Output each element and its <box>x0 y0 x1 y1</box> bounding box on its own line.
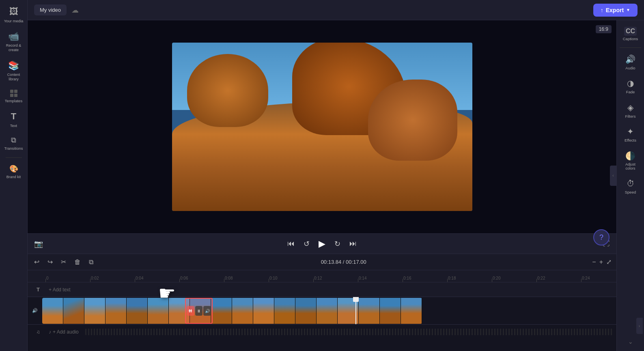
right-panel-filters[interactable]: ◈ Filters <box>618 99 643 122</box>
panel-bottom: › ⌄ <box>618 318 643 348</box>
sidebar-item-brand-kit[interactable]: 🎨 Brand kit <box>2 161 26 183</box>
right-panel-effects[interactable]: ✦ Effects <box>618 123 643 146</box>
right-panel-adjust-colors[interactable]: 🌗 Adjustcolors <box>618 148 643 174</box>
split-clip-icon[interactable] <box>187 306 194 316</box>
ruler-014: 0:14 <box>358 270 403 282</box>
main-clip: ⏸ 🔊 <box>42 298 422 324</box>
sidebar-item-label-record: Record &create <box>6 43 22 52</box>
timeline-ruler: 0 0:02 0:04 0:06 0:08 0:10 0:12 0:14 0:1… <box>28 270 616 282</box>
sidebar-item-label-brand-kit: Brand kit <box>6 175 21 179</box>
right-panel: CC Captions 🔊 Audio ◑ Fade ◈ Filters ✦ E… <box>616 20 644 351</box>
selected-clip-overlay[interactable]: ⏸ 🔊 <box>185 298 213 324</box>
video-frame <box>172 43 472 211</box>
redo-button[interactable]: ↪ <box>46 256 54 267</box>
transitions-icon: ⧉ <box>11 136 16 144</box>
timeline-toolbar: ↩ ↪ ✂ 🗑 ⧉ 00:13.84 / 00:17.00 − + ⤢ <box>28 254 616 270</box>
zoom-out-button[interactable]: − <box>592 258 596 266</box>
delete-button[interactable]: 🗑 <box>73 257 82 267</box>
video-track[interactable]: 🔊 <box>28 297 616 325</box>
timeline-section: ↩ ↪ ✂ 🗑 ⧉ 00:13.84 / 00:17.00 − + ⤢ <box>28 254 616 351</box>
right-collapse-button[interactable]: › <box>636 318 643 334</box>
video-track-icon: 🔊 <box>32 308 38 313</box>
effects-label: Effects <box>625 138 636 142</box>
skip-to-start-button[interactable]: ⏮ <box>286 238 296 250</box>
right-panel-audio[interactable]: 🔊 Audio <box>618 51 643 73</box>
export-button[interactable]: ↑ Export ▼ <box>593 4 638 17</box>
ruler-018: 0:18 <box>447 270 492 282</box>
ruler-020: 0:20 <box>492 270 536 282</box>
text-icon: T <box>11 111 16 122</box>
right-panel-speed[interactable]: ⏱ Speed <box>618 176 643 198</box>
ruler-container: 0 0:02 0:04 0:06 0:08 0:10 0:12 0:14 0:1… <box>45 270 613 282</box>
right-panel-fade[interactable]: ◑ Fade <box>618 75 643 97</box>
expand-down-button[interactable]: ⌄ <box>618 336 643 348</box>
cut-button[interactable]: ✂ <box>59 256 68 267</box>
playback-controls: ⏮ ↺ ▶ ↻ ⏭ <box>286 237 358 251</box>
duplicate-button[interactable]: ⧉ <box>87 257 95 267</box>
undo-button[interactable]: ↩ <box>32 256 41 267</box>
rewind-button[interactable]: ↺ <box>302 238 311 250</box>
filters-label: Filters <box>625 114 636 118</box>
audio-waveform <box>85 329 613 335</box>
captions-label: Captions <box>623 37 638 41</box>
text-track: T + Add text <box>28 282 616 297</box>
pause-clip-icon[interactable]: ⏸ <box>195 306 203 316</box>
sidebar-item-transitions[interactable]: ⧉ Transitions <box>2 133 26 154</box>
center-area: 16:9 📷 ⏮ ↺ ▶ ↻ ⏭ ⛶ ↩ ↪ <box>28 20 644 351</box>
playhead <box>355 297 356 324</box>
sidebar-item-label-transitions: Transitions <box>4 146 23 151</box>
captions-item[interactable]: CC Captions <box>623 27 638 41</box>
music-icon: ♪ <box>49 329 51 335</box>
camera-icon[interactable]: 📷 <box>34 239 43 248</box>
ruler-010: 0:10 <box>269 270 313 282</box>
captions-icon: CC <box>624 27 637 36</box>
fit-view-button[interactable]: ⤢ <box>606 258 612 266</box>
aspect-ratio-badge[interactable]: 16:9 <box>596 25 612 33</box>
forward-button[interactable]: ↻ <box>333 238 342 250</box>
add-audio-button[interactable]: ♪ + Add audio <box>49 329 79 335</box>
export-icon: ↑ <box>601 7 603 13</box>
sidebar-item-templates[interactable]: Templates <box>2 86 26 106</box>
help-button[interactable]: ? <box>593 229 610 245</box>
ruler-012: 0:12 <box>313 270 358 282</box>
video-rock-1 <box>187 54 268 127</box>
audio-track-icon: ♫ <box>37 329 40 335</box>
sidebar-item-your-media[interactable]: 🖼 Your media <box>2 3 26 26</box>
sidebar-item-label-content-library: Contentlibrary <box>7 73 20 82</box>
video-preview-area: 16:9 <box>28 20 616 233</box>
record-icon: 📹 <box>8 31 19 42</box>
export-dropdown-arrow: ▼ <box>626 8 630 12</box>
speed-label: Speed <box>625 190 636 194</box>
sidebar-item-record[interactable]: 📹 Record &create <box>2 28 26 56</box>
speed-icon: ⏱ <box>627 179 635 188</box>
sidebar-divider <box>6 157 22 158</box>
add-text-button[interactable]: + Add text <box>49 287 71 293</box>
panel-collapse-button[interactable]: ‹ <box>610 166 616 186</box>
ruler-numbers: 0 0:02 0:04 0:06 0:08 0:10 0:12 0:14 0:1… <box>45 270 613 282</box>
volume-clip-icon[interactable]: 🔊 <box>203 306 211 316</box>
header: My video ☁ ↑ Export ▼ <box>28 0 644 20</box>
your-media-icon: 🖼 <box>9 6 18 17</box>
zoom-controls: − + ⤢ <box>592 258 612 266</box>
right-panel-top: CC Captions <box>617 24 644 44</box>
sidebar-item-content-library[interactable]: 📚 Contentlibrary <box>2 57 26 85</box>
ruler-004: 0:04 <box>135 270 179 282</box>
content-library-icon: 📚 <box>8 60 19 71</box>
cloud-save-icon[interactable]: ☁ <box>71 6 79 15</box>
sidebar-item-label-templates: Templates <box>5 99 22 103</box>
play-button[interactable]: ▶ <box>317 237 327 251</box>
text-track-icon: T <box>37 286 40 293</box>
video-controls: 📷 ⏮ ↺ ▶ ↻ ⏭ ⛶ <box>28 233 616 254</box>
zoom-in-button[interactable]: + <box>599 258 603 266</box>
sidebar-item-text[interactable]: T Text <box>2 108 26 131</box>
skip-to-end-button[interactable]: ⏭ <box>348 238 358 250</box>
sidebar-item-label-your-media: Your media <box>4 19 24 23</box>
brand-kit-icon: 🎨 <box>9 164 18 173</box>
ruler-022: 0:22 <box>536 270 581 282</box>
ruler-0: 0 <box>45 270 90 282</box>
left-sidebar: 🖼 Your media 📹 Record &create 📚 Contentl… <box>0 0 28 351</box>
ruler-006: 0:06 <box>179 270 224 282</box>
sidebar-item-label-text: Text <box>10 123 17 128</box>
video-title[interactable]: My video <box>34 4 67 15</box>
fade-label: Fade <box>626 90 635 94</box>
